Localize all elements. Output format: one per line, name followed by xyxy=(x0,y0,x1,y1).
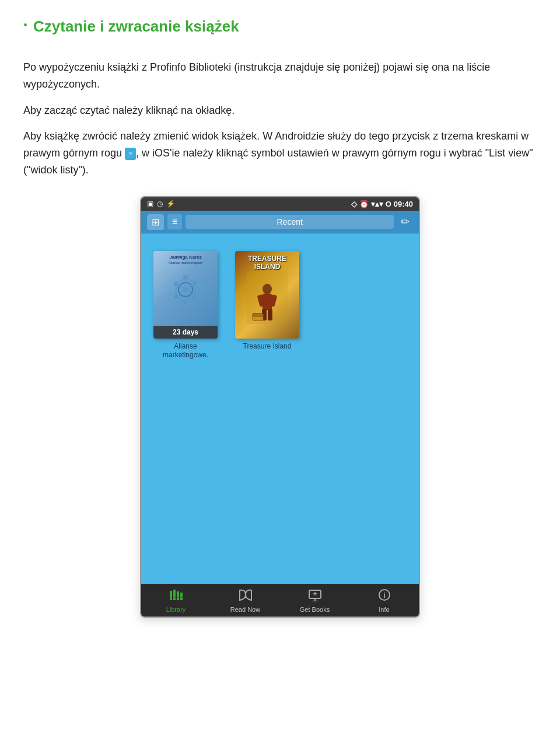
phone-mockup-container: ▣ ◷ ⚡ ◇ ⏰ ▾▴▾ O 09:40 ⊞ ≡ Recent ✏ xyxy=(23,196,537,618)
inline-menu-button: ≡ xyxy=(125,148,136,160)
book-label-treasure: Treasure Island xyxy=(243,342,292,351)
phone-mockup: ▣ ◷ ⚡ ◇ ⏰ ▾▴▾ O 09:40 ⊞ ≡ Recent ✏ xyxy=(140,196,420,618)
status-icon-signal: ▾▴▾ xyxy=(371,200,383,208)
svg-rect-34 xyxy=(177,597,179,598)
nav-item-get-books[interactable]: Get Books xyxy=(292,588,338,613)
recent-tab-label: Recent xyxy=(186,215,394,229)
book-cover-alianse[interactable]: Jadwiga Karcz Alianse marketingowe xyxy=(153,251,218,339)
paragraph-1: Po wypożyczeniu książki z Profinfo Bibli… xyxy=(23,59,537,93)
status-bar-right: ◇ ⏰ ▾▴▾ O 09:40 xyxy=(351,200,413,208)
nav-item-info[interactable]: i Info xyxy=(361,588,408,613)
svg-rect-26 xyxy=(268,309,272,321)
status-icon-battery: O xyxy=(386,200,391,208)
svg-point-21 xyxy=(262,284,272,294)
library-icon xyxy=(169,588,184,605)
bullet-dot: • xyxy=(23,19,27,32)
page-title: Czytanie i zwracanie książek xyxy=(33,18,239,36)
nav-label-library: Library xyxy=(166,606,186,613)
status-icon-photo: ▣ xyxy=(147,200,153,208)
svg-line-17 xyxy=(186,297,195,302)
paragraph-2: Aby zacząć czytać należy kliknąć na okła… xyxy=(23,102,537,119)
svg-rect-28 xyxy=(253,313,263,316)
read-now-icon xyxy=(238,588,253,605)
book-cover-author: Jadwiga Karcz xyxy=(169,255,202,260)
books-row: Jadwiga Karcz Alianse marketingowe xyxy=(150,251,302,360)
library-content-area: Jadwiga Karcz Alianse marketingowe xyxy=(141,234,419,584)
status-bar: ▣ ◷ ⚡ ◇ ⏰ ▾▴▾ O 09:40 xyxy=(141,197,419,211)
status-icon-bolt: ⚡ xyxy=(166,200,175,208)
get-books-icon xyxy=(307,588,323,605)
svg-rect-35 xyxy=(180,593,183,600)
svg-rect-33 xyxy=(177,591,179,600)
info-icon: i xyxy=(377,588,392,605)
status-icon-alarm: ⏰ xyxy=(359,200,369,208)
svg-rect-31 xyxy=(173,590,176,600)
nav-item-library[interactable]: Library xyxy=(153,588,200,613)
treasure-cover-image xyxy=(247,271,288,324)
book-item-treasure[interactable]: TREASUREISLAND xyxy=(232,251,302,360)
paragraph-3: Aby książkę zwrócić należy zmienić widok… xyxy=(23,128,537,178)
book-item-alianse[interactable]: Jadwiga Karcz Alianse marketingowe xyxy=(150,251,220,360)
nav-label-get-books: Get Books xyxy=(300,606,330,613)
svg-line-16 xyxy=(176,297,186,302)
page-heading-container: • Czytanie i zwracanie książek xyxy=(23,18,537,47)
svg-rect-29 xyxy=(170,591,172,600)
status-bar-left: ▣ ◷ ⚡ xyxy=(147,200,175,208)
svg-text:i: i xyxy=(383,591,386,600)
nav-label-read-now: Read Now xyxy=(230,606,260,613)
grid-view-button[interactable]: ⊞ xyxy=(147,214,164,230)
app-tab-bar: ⊞ ≡ Recent ✏ xyxy=(141,211,419,234)
nav-label-info: Info xyxy=(379,606,389,613)
treasure-title: TREASUREISLAND xyxy=(248,255,286,271)
svg-rect-32 xyxy=(173,597,176,598)
status-icon-bell: ◇ xyxy=(351,200,357,208)
svg-rect-36 xyxy=(180,597,183,598)
book-label-alianse: Aliansemarketingowe. xyxy=(163,342,208,360)
book-cover-image xyxy=(168,269,203,312)
list-view-button[interactable]: ≡ xyxy=(167,214,182,229)
status-time: 09:40 xyxy=(394,200,413,208)
nav-item-read-now[interactable]: Read Now xyxy=(222,588,269,613)
book-cover-treasure[interactable]: TREASUREISLAND xyxy=(235,251,299,339)
days-badge: 23 days xyxy=(153,326,218,339)
status-icon-clock: ◷ xyxy=(157,200,163,208)
bottom-navigation: Library Read Now xyxy=(141,584,419,616)
edit-button[interactable]: ✏ xyxy=(397,214,413,229)
book-cover-subtitle: Alianse marketingowe xyxy=(169,261,203,264)
svg-rect-30 xyxy=(170,597,172,598)
